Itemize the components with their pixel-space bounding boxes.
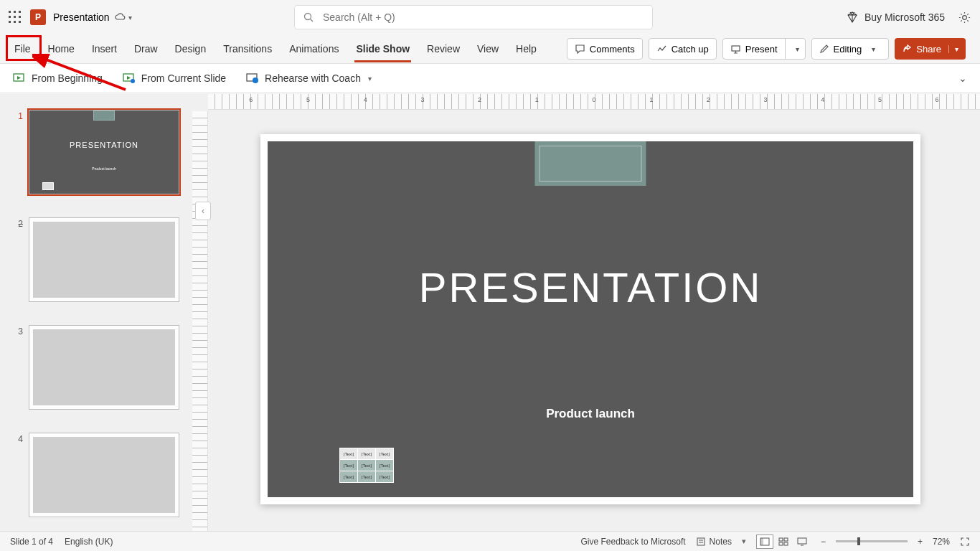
slide-canvas[interactable]: PRESENTATION Product launch [Text][Text]… (260, 134, 920, 504)
from-beginning-button[interactable]: From Beginning (13, 72, 103, 85)
notes-toggle[interactable]: Notes (696, 537, 732, 547)
catchup-button[interactable]: Catch up (649, 38, 717, 60)
pencil-icon (819, 44, 829, 54)
svg-rect-1 (14, 11, 16, 13)
thumb-number-1: 1 (7, 110, 23, 194)
svg-rect-23 (760, 538, 763, 545)
slide-thumbnail-3[interactable] (29, 325, 179, 410)
powerpoint-icon: P (30, 9, 46, 25)
settings-icon[interactable] (958, 11, 971, 24)
zoom-in-button[interactable]: + (918, 537, 923, 547)
feedback-link[interactable]: Give Feedback to Microsoft (581, 537, 686, 547)
slide-thumbnail-1[interactable]: PRESENTATION Product launch (29, 110, 179, 194)
tab-help[interactable]: Help (507, 34, 545, 63)
normal-view-button[interactable] (756, 534, 773, 549)
comment-icon (575, 44, 585, 55)
diamond-icon (846, 11, 859, 24)
zoom-level[interactable]: 72% (933, 537, 950, 547)
thumb-number-2: 2 (7, 217, 23, 302)
slide-header-shape[interactable] (535, 141, 646, 186)
svg-point-16 (131, 79, 135, 83)
slide-thumbnail-2[interactable] (29, 217, 179, 302)
play-from-start-icon (13, 72, 26, 85)
sorter-view-button[interactable] (775, 534, 792, 549)
tab-view[interactable]: View (468, 34, 507, 63)
slide-table[interactable]: [Text][Text][Text] [Text][Text][Text] [T… (339, 448, 394, 483)
panel-collapse-handle[interactable]: ‹ (195, 202, 211, 220)
search-placeholder: Search (Alt + Q) (323, 11, 395, 23)
play-from-current-icon (123, 72, 136, 85)
buy-microsoft-365-button[interactable]: Buy Microsoft 365 (846, 11, 945, 24)
rehearse-with-coach-button[interactable]: Rehearse with Coach ▾ (246, 72, 372, 85)
tab-file[interactable]: File (6, 34, 39, 63)
slide-thumbnail-panel[interactable]: 1 PRESENTATION Product launch 2 3 4 (0, 94, 192, 531)
share-button[interactable]: Share ▾ (895, 38, 966, 60)
vertical-ruler (192, 111, 208, 531)
document-title[interactable]: Presentation (53, 11, 110, 23)
tab-design[interactable]: Design (166, 34, 215, 63)
editing-dropdown[interactable]: ▾ (866, 45, 881, 53)
svg-rect-27 (784, 542, 788, 545)
search-input[interactable]: Search (Alt + Q) (294, 5, 653, 29)
app-launcher-icon[interactable] (9, 11, 22, 24)
tab-draw[interactable]: Draw (126, 34, 166, 63)
svg-rect-25 (784, 538, 788, 541)
notes-icon (696, 537, 706, 547)
svg-rect-8 (19, 21, 21, 23)
chevron-down-icon[interactable]: ▾ (742, 537, 746, 546)
svg-rect-5 (19, 16, 21, 18)
svg-rect-7 (14, 21, 16, 23)
present-dropdown[interactable]: ▾ (790, 45, 805, 53)
slide-title[interactable]: PRESENTATION (268, 263, 913, 311)
slide-canvas-area[interactable]: PRESENTATION Product launch [Text][Text]… (209, 111, 971, 522)
present-icon (730, 44, 741, 55)
slide-counter[interactable]: Slide 1 of 4 (10, 537, 53, 547)
svg-rect-6 (9, 21, 11, 23)
chevron-down-icon[interactable]: ▾ (368, 75, 372, 83)
language-indicator[interactable]: English (UK) (65, 537, 113, 547)
reading-view-button[interactable] (793, 534, 811, 549)
svg-rect-12 (732, 46, 740, 51)
title-dropdown-icon[interactable]: ▾ (128, 14, 132, 22)
tab-animations[interactable]: Animations (281, 34, 347, 63)
zoom-out-button[interactable]: − (821, 537, 826, 547)
svg-rect-24 (779, 538, 783, 541)
svg-rect-2 (19, 11, 21, 13)
svg-rect-0 (9, 11, 11, 13)
horizontal-ruler: 6543210123456 (208, 94, 980, 110)
svg-point-9 (305, 13, 311, 19)
catchup-icon (656, 44, 667, 55)
tab-slideshow[interactable]: Slide Show (347, 34, 418, 63)
svg-rect-26 (779, 542, 783, 545)
present-button[interactable]: Present ▾ (722, 38, 806, 60)
svg-rect-28 (798, 538, 806, 544)
svg-rect-19 (697, 538, 705, 545)
slide-thumbnail-4[interactable] (29, 433, 179, 517)
share-dropdown[interactable]: ▾ (948, 45, 958, 53)
zoom-slider[interactable] (836, 540, 908, 542)
svg-line-10 (311, 19, 314, 22)
search-icon (303, 12, 314, 23)
slide-subtitle[interactable]: Product launch (268, 407, 913, 421)
svg-point-11 (963, 15, 967, 19)
tab-transitions[interactable]: Transitions (215, 34, 281, 63)
tab-insert[interactable]: Insert (83, 34, 126, 63)
tab-review[interactable]: Review (418, 34, 468, 63)
fit-to-window-button[interactable] (960, 537, 970, 547)
svg-rect-4 (14, 16, 16, 18)
coach-icon (246, 72, 259, 85)
comments-button[interactable]: Comments (567, 38, 643, 60)
share-icon (902, 44, 912, 54)
svg-rect-3 (9, 16, 11, 18)
thumb-number-3: 3 (7, 325, 23, 410)
editing-mode-button[interactable]: Editing ▾ (811, 38, 890, 60)
saved-cloud-icon (114, 11, 126, 23)
thumb-number-4: 4 (7, 433, 23, 517)
ribbon-expand-button[interactable]: ⌄ (958, 72, 967, 84)
svg-point-18 (253, 77, 258, 83)
tab-home[interactable]: Home (39, 34, 83, 63)
from-current-slide-button[interactable]: From Current Slide (123, 72, 226, 85)
